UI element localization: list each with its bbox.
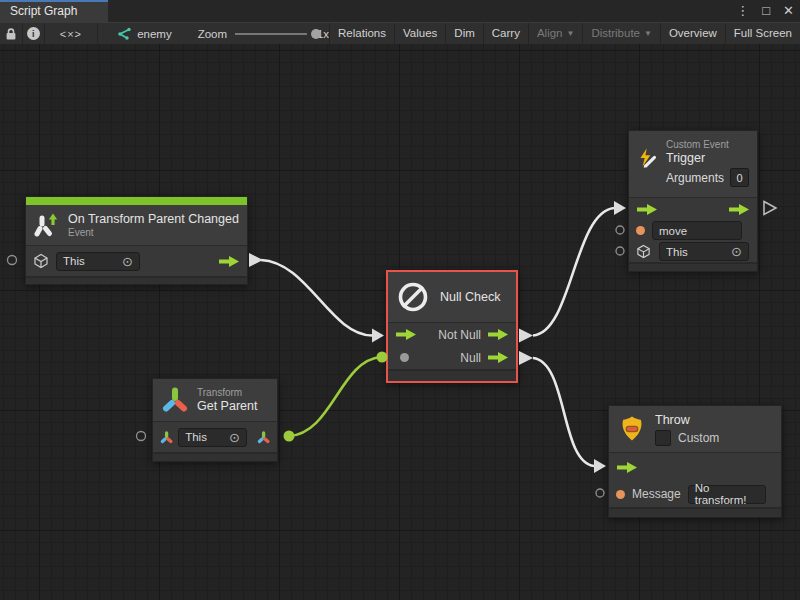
flow-output-arrow-icon[interactable] [487,328,509,341]
transform-port-icon[interactable] [160,430,173,445]
event-name-field[interactable]: move [652,221,742,240]
node-footer [388,370,516,381]
info-icon: i [27,27,40,40]
throw-error-icon [617,414,647,444]
info-button[interactable]: i [23,23,45,44]
flow-port-row [629,198,757,220]
node-footer [26,277,247,284]
target-row: This ⊙ [629,241,757,262]
transform-output-port-icon[interactable] [257,430,270,445]
tab-label: Script Graph [10,4,77,18]
node-title: Throw [655,413,719,428]
node-title: Trigger [666,151,749,166]
node-title: Get Parent [197,399,257,414]
maximize-icon[interactable]: □ [762,0,770,22]
target-picker-icon[interactable]: ⊙ [229,431,240,444]
event-name-row: move [629,220,757,241]
tab-script-graph[interactable]: Script Graph [0,0,108,22]
not-null-port-row: Not Null [388,323,516,346]
lock-icon [4,27,18,41]
node-port-row: This ⊙ [153,422,277,452]
graph-icon [116,26,131,41]
node-footer [609,508,781,517]
graph-canvas[interactable]: On Transform Parent Changed Event This ⊙ [0,44,800,600]
node-get-parent[interactable]: Transform Get Parent This ⊙ [152,378,278,462]
lock-button[interactable] [0,23,23,44]
overview-button[interactable]: Overview [660,23,725,45]
custom-checkbox-label: Custom [678,431,719,445]
align-dropdown[interactable]: Align▼ [528,23,583,45]
node-header[interactable]: Custom Event Trigger Arguments 0 [629,131,757,197]
transform-event-icon [34,212,60,238]
this-value-field[interactable]: This ⊙ [178,428,247,447]
this-value-field[interactable]: This ⊙ [56,252,140,271]
this-value-field[interactable]: This ⊙ [659,242,749,261]
unity-script-graph-window: Script Graph ⋮ □ ✕ i <×> [0,0,800,600]
node-footer [153,453,277,461]
graph-name: enemy [137,28,172,40]
node-surtitle: Transform [197,387,257,399]
arguments-label: Arguments [666,171,724,185]
string-input-port[interactable] [616,490,625,499]
message-label: Message [632,487,681,501]
node-title: On Transform Parent Changed [68,212,239,227]
gameobject-cube-icon [33,253,49,269]
kebab-menu-icon[interactable]: ⋮ [736,0,749,22]
flow-port-row [609,453,781,481]
dim-button[interactable]: Dim [445,23,482,45]
fullscreen-button[interactable]: Full Screen [725,23,800,45]
node-header[interactable]: Transform Get Parent [153,379,277,421]
graph-toolbar: i <×> enemy Zoom 1x Relations Values Dim… [0,22,800,44]
chevron-down-icon: ▼ [566,29,574,38]
graph-breadcrumb[interactable]: enemy [116,26,172,41]
carry-button[interactable]: Carry [483,23,528,45]
flow-input-arrow-icon[interactable] [636,203,658,216]
target-picker-icon[interactable]: ⊙ [731,245,742,258]
event-node-green-bar [26,197,247,205]
not-null-label: Not Null [438,328,481,342]
flow-output-arrow-icon[interactable] [487,351,509,364]
message-row: Message No transform! [609,481,781,507]
custom-event-icon [637,143,658,173]
node-trigger-custom-event[interactable]: Custom Event Trigger Arguments 0 [628,130,758,272]
null-port-row: Null [388,346,516,369]
null-label: Null [460,351,481,365]
node-subtitle: Event [68,227,239,239]
message-value-field[interactable]: No transform! [688,485,766,504]
distribute-dropdown[interactable]: Distribute▼ [582,23,660,45]
code-icon: <×> [60,28,82,40]
arguments-count-field[interactable]: 0 [730,168,749,187]
null-check-icon [396,280,430,314]
custom-checkbox[interactable] [655,430,671,446]
flow-output-arrow-icon[interactable] [728,203,750,216]
values-button[interactable]: Values [394,23,445,45]
node-on-transform-parent-changed[interactable]: On Transform Parent Changed Event This ⊙ [25,196,248,285]
flow-input-arrow-icon[interactable] [395,328,417,341]
node-port-row: This ⊙ [26,246,247,276]
node-footer [629,263,757,271]
flow-input-arrow-icon[interactable] [616,461,638,474]
close-icon[interactable]: ✕ [783,0,794,22]
node-throw[interactable]: Throw Custom Message No transform! [608,405,782,518]
code-view-button[interactable]: <×> [45,23,99,44]
gameobject-cube-icon [636,244,651,259]
relations-button[interactable]: Relations [329,23,394,45]
tab-bar: Script Graph ⋮ □ ✕ [0,0,800,22]
chevron-down-icon: ▼ [644,29,652,38]
node-title: Null Check [440,290,500,305]
node-header[interactable]: Null Check [388,272,516,322]
zoom-slider[interactable] [235,33,307,35]
string-input-port[interactable] [636,226,645,235]
zoom-slider-handle[interactable] [311,29,321,39]
value-input-port[interactable] [400,353,409,362]
flow-output-arrow-icon[interactable] [218,255,240,268]
target-picker-icon[interactable]: ⊙ [122,255,133,268]
window-controls: ⋮ □ ✕ [736,0,794,22]
node-header[interactable]: On Transform Parent Changed Event [26,205,247,245]
transform-icon [161,386,189,414]
zoom-label: Zoom [198,28,227,40]
node-surtitle: Custom Event [666,139,749,151]
node-null-check[interactable]: Null Check Not Null Null [386,270,518,383]
node-header[interactable]: Throw Custom [609,406,781,452]
